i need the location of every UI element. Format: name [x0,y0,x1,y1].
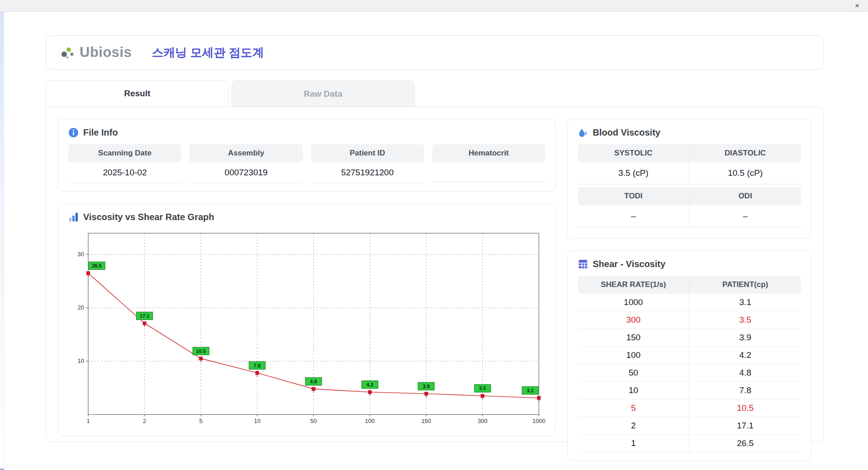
shear-viscosity-title: Shear - Viscosity [593,259,665,269]
bv-header-row: TODIODI [578,187,801,205]
app-window: Ubiosis 스캐닝 모세관 점도계 Result Raw Data File… [4,12,868,470]
file-info-title: File Info [83,127,118,138]
tab-result[interactable]: Result [46,80,229,107]
svg-text:20: 20 [78,304,84,311]
graph-card: Viscosity vs Shear Rate Graph 1020301251… [58,203,556,436]
table-row: 1004.2 [578,347,801,364]
bv-value-row: 3.5 (cP)10.5 (cP) [578,162,801,184]
shear-viscosity-title-row: Shear - Viscosity [578,259,801,269]
graph-title: Viscosity vs Shear Rate Graph [83,212,214,222]
svg-text:4.2: 4.2 [366,382,373,387]
table-body: 10003.13003.51503.91004.2504.8107.8510.5… [578,294,801,452]
patient-viscosity-cell: 3.1 [689,294,801,311]
tab-raw-data[interactable]: Raw Data [231,80,415,107]
field-value: 52751921200 [311,162,424,183]
right-column: Blood Viscosity SYSTOLICDIASTOLIC3.5 (cP… [567,119,811,432]
svg-text:50: 50 [310,418,316,424]
file-info-field: Hematocrit [432,144,545,183]
table-row: 510.5 [578,400,801,417]
patient-viscosity-cell: 4.8 [689,364,801,382]
shear-rate-cell: 150 [578,329,689,347]
bv-header-cell: DIASTOLIC [689,144,801,162]
page-title: 스캐닝 모세관 점도계 [151,45,264,61]
svg-text:10.5: 10.5 [196,348,206,354]
ubiosis-logo-icon [60,45,76,60]
field-value: 2025-10-02 [68,162,181,183]
bv-value-cell: 10.5 (cP) [689,162,801,184]
bv-value-row: –– [578,205,801,227]
header-card: Ubiosis 스캐닝 모세관 점도계 [46,35,824,70]
bv-value-cell: 3.5 (cP) [578,162,689,184]
table-header-row: SHEAR RATE(1/s) PATIENT(cp) [578,276,801,294]
svg-text:2: 2 [143,418,146,424]
file-info-field: Scanning Date2025-10-02 [68,144,181,183]
shear-rate-cell: 1 [578,435,689,452]
window-close-button[interactable]: × [852,1,863,11]
patient-viscosity-cell: 10.5 [689,400,801,417]
patient-viscosity-cell: 7.8 [689,382,801,400]
svg-text:10: 10 [78,357,84,364]
shear-rate-cell: 2 [578,417,689,435]
svg-text:4.8: 4.8 [310,379,317,384]
table-row: 107.8 [578,382,801,400]
table-row: 10003.1 [578,294,801,311]
shear-viscosity-card: Shear - Viscosity SHEAR RATE(1/s) PATIEN… [567,250,811,461]
blood-viscosity-card: Blood Viscosity SYSTOLICDIASTOLIC3.5 (cP… [567,119,811,239]
patient-viscosity-cell: 3.9 [689,329,801,347]
bv-value-cell: – [578,205,689,227]
field-label: Patient ID [311,144,424,162]
bv-header-cell: ODI [689,187,801,205]
svg-text:150: 150 [421,418,431,424]
blood-drop-icon [578,127,588,138]
bv-header-cell: TODI [578,187,689,205]
table-row: 3003.5 [578,311,801,329]
shear-rate-cell: 5 [578,400,689,417]
field-label: Assembly [189,144,302,162]
table-row: 217.1 [578,417,801,435]
file-info-fields: Scanning Date2025-10-02Assembly000723019… [68,144,545,183]
file-info-field: Patient ID52751921200 [311,144,424,183]
svg-text:17.1: 17.1 [140,313,149,319]
field-value: 000723019 [189,162,302,183]
file-info-title-row: File Info [68,127,545,138]
shear-rate-cell: 300 [578,311,689,329]
bar-chart-icon [68,212,79,222]
table-header-shear-rate: SHEAR RATE(1/s) [578,276,689,294]
ubiosis-logo: Ubiosis [60,44,132,61]
blood-viscosity-title-row: Blood Viscosity [578,127,801,138]
table-row: 504.8 [578,364,801,382]
bv-header-row: SYSTOLICDIASTOLIC [578,144,801,162]
window-titlebar: × [0,0,868,12]
patient-viscosity-cell: 3.5 [689,311,801,329]
svg-text:3.1: 3.1 [527,388,533,393]
table-row: 126.5 [578,435,801,452]
viscosity-chart: 1020301251050100150300100026.517.110.57.… [68,228,545,427]
shear-rate-cell: 1000 [578,294,689,311]
main-panel: File Info Scanning Date2025-10-02Assembl… [46,107,824,442]
svg-text:26.5: 26.5 [92,263,101,268]
svg-text:300: 300 [477,418,487,424]
logo-text: Ubiosis [80,44,132,61]
bv-value-cell: – [689,205,801,227]
blood-viscosity-title: Blood Viscosity [593,127,660,138]
info-icon [68,127,79,138]
shear-rate-cell: 50 [578,364,689,382]
svg-text:1000: 1000 [532,418,545,424]
field-label: Scanning Date [68,144,181,162]
table-header-patient: PATIENT(cp) [689,276,801,294]
shear-rate-cell: 100 [578,347,689,364]
svg-text:30: 30 [78,251,84,258]
svg-text:100: 100 [365,418,375,424]
bv-header-cell: SYSTOLIC [578,144,689,162]
blood-viscosity-grid: SYSTOLICDIASTOLIC3.5 (cP)10.5 (cP)TODIOD… [578,144,801,227]
field-label: Hematocrit [432,144,545,162]
patient-viscosity-cell: 26.5 [689,435,801,452]
window-left-edge [0,12,4,470]
svg-text:3.5: 3.5 [479,385,486,391]
svg-text:1: 1 [87,418,90,424]
shear-rate-cell: 10 [578,382,689,400]
table-grid-icon [578,259,588,269]
table-row: 1503.9 [578,329,801,347]
svg-text:3.9: 3.9 [423,384,429,389]
left-column: File Info Scanning Date2025-10-02Assembl… [58,119,556,432]
